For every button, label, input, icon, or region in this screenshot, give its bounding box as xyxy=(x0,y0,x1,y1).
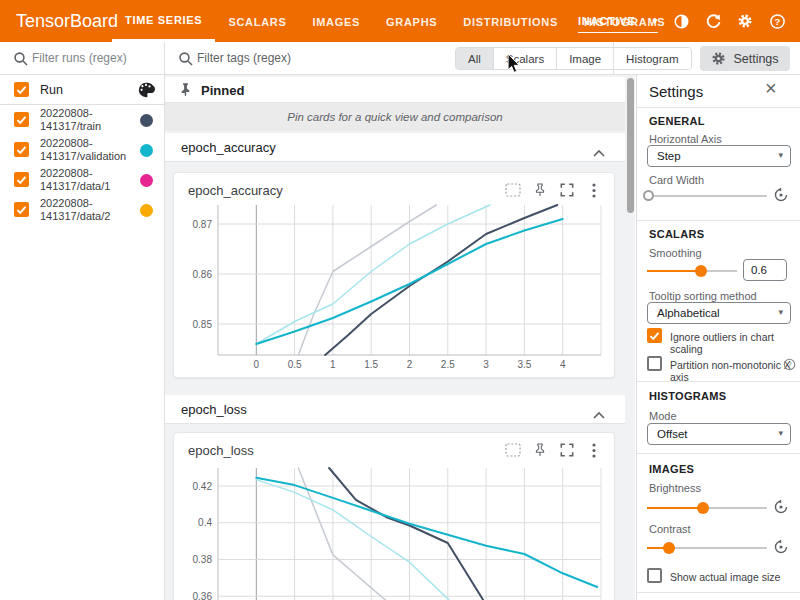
smoothing-slider-fill xyxy=(647,270,701,272)
toolbar-divider xyxy=(613,42,614,75)
help-icon[interactable]: ? xyxy=(783,357,796,375)
run-color-dot xyxy=(140,174,153,187)
chevron-up-icon[interactable] xyxy=(593,405,605,423)
filter-button-image[interactable]: Image xyxy=(557,48,614,69)
settings-button[interactable]: Settings xyxy=(700,46,790,71)
run-row-validation[interactable]: 20220808-141317/validation xyxy=(0,135,165,165)
refresh-icon[interactable] xyxy=(704,12,722,30)
reset-icon[interactable] xyxy=(773,539,789,559)
tab-time-series[interactable]: TIME SERIES xyxy=(112,0,215,42)
filter-button-scalars[interactable]: Scalars xyxy=(494,48,557,69)
show-actual-size-checkbox[interactable] xyxy=(647,568,662,583)
pinned-section-bar[interactable]: Pinned xyxy=(165,77,625,103)
gear-icon xyxy=(711,51,726,66)
horizontal-axis-select[interactable]: Step ▾ xyxy=(647,145,791,167)
ignore-outliers-checkbox[interactable] xyxy=(647,328,662,343)
tag-toolbar: AllScalarsImageHistogram Settings xyxy=(165,42,800,75)
run-checkbox[interactable] xyxy=(14,112,29,127)
svg-text:2: 2 xyxy=(407,359,413,370)
chevron-up-icon[interactable] xyxy=(593,143,605,161)
run-color-dot xyxy=(140,204,153,217)
run-row-1[interactable]: 20220808-141317/data/1 xyxy=(0,165,165,195)
run-row-2[interactable]: 20220808-141317/data/2 xyxy=(0,195,165,225)
select-all-runs-checkbox[interactable] xyxy=(14,82,29,97)
reset-icon[interactable] xyxy=(773,499,789,519)
close-icon[interactable]: × xyxy=(765,77,777,100)
theme-toggle-icon[interactable] xyxy=(672,12,690,30)
pin-hint-text: Pin cards for a quick view and compariso… xyxy=(165,103,625,131)
top-navbar: TensorBoard TIME SERIESSCALARSIMAGESGRAP… xyxy=(0,0,800,42)
tab-graphs[interactable]: GRAPHS xyxy=(373,0,450,42)
run-list-header: Run xyxy=(0,75,165,105)
runs-sidebar: Run 20220808-141317/train20220808-141317… xyxy=(0,42,165,600)
card-width-slider-thumb[interactable] xyxy=(643,190,654,201)
contrast-slider-thumb[interactable] xyxy=(663,542,675,554)
pin-icon xyxy=(178,82,193,101)
svg-text:0.86: 0.86 xyxy=(193,269,213,280)
tab-distributions[interactable]: DISTRIBUTIONS xyxy=(450,0,571,42)
tooltip-sorting-select[interactable]: Alphabetical ▾ xyxy=(647,302,791,324)
svg-text:0.87: 0.87 xyxy=(193,219,213,230)
pin-card-icon[interactable] xyxy=(532,442,548,458)
svg-text:0.5: 0.5 xyxy=(288,359,302,370)
histograms-heading: HISTOGRAMS xyxy=(649,390,726,402)
settings-panel-title: Settings xyxy=(649,83,703,100)
section-header-epoch-accuracy[interactable]: epoch_accuracy xyxy=(165,133,625,162)
palette-icon[interactable] xyxy=(137,81,155,103)
chart-epoch-loss[interactable]: 0.360.380.40.42 xyxy=(174,433,616,600)
run-label: 20220808-141317/validation xyxy=(40,137,126,163)
smoothing-slider-thumb[interactable] xyxy=(695,265,707,277)
run-filter-row xyxy=(0,42,165,75)
run-filter-input[interactable] xyxy=(32,48,152,68)
brightness-slider-fill xyxy=(647,507,703,509)
filter-button-all[interactable]: All xyxy=(456,48,494,69)
run-checkbox[interactable] xyxy=(14,202,29,217)
smoothing-value-input[interactable] xyxy=(743,259,787,281)
tab-images[interactable]: IMAGES xyxy=(299,0,373,42)
scrollbar-thumb[interactable] xyxy=(627,78,634,213)
card-title: epoch_accuracy xyxy=(188,183,283,198)
images-heading: IMAGES xyxy=(649,463,694,475)
brightness-slider-thumb[interactable] xyxy=(697,502,709,514)
pin-card-icon[interactable] xyxy=(532,182,548,198)
run-checkbox[interactable] xyxy=(14,172,29,187)
card-actions xyxy=(505,442,602,458)
run-row-train[interactable]: 20220808-141317/train xyxy=(0,105,165,135)
show-actual-size-label: Show actual image size xyxy=(670,571,780,583)
run-label: 20220808-141317/data/1 xyxy=(40,167,110,193)
reset-icon[interactable] xyxy=(773,187,789,207)
tag-filter-input[interactable] xyxy=(197,48,447,68)
status-select[interactable]: INACTIVE ▾ xyxy=(578,9,658,33)
card-width-slider[interactable] xyxy=(647,195,767,197)
svg-text:0.42: 0.42 xyxy=(193,481,213,492)
svg-text:1: 1 xyxy=(330,359,336,370)
fullscreen-icon[interactable] xyxy=(559,182,575,198)
more-options-icon[interactable] xyxy=(586,442,602,458)
filter-button-histogram[interactable]: Histogram xyxy=(614,48,690,69)
fit-to-data-icon[interactable] xyxy=(505,182,521,198)
section-title: epoch_accuracy xyxy=(181,140,276,155)
svg-text:0.36: 0.36 xyxy=(193,591,213,600)
svg-text:2.5: 2.5 xyxy=(441,359,455,370)
fit-to-data-icon[interactable] xyxy=(505,442,521,458)
chart-epoch-accuracy[interactable]: 0.850.860.8700.511.522.533.54 xyxy=(174,173,616,379)
chevron-down-icon: ▾ xyxy=(778,307,783,317)
gear-icon[interactable] xyxy=(736,12,754,30)
section-header-epoch-loss[interactable]: epoch_loss xyxy=(165,395,625,424)
fullscreen-icon[interactable] xyxy=(559,442,575,458)
tab-scalars[interactable]: SCALARS xyxy=(215,0,299,42)
run-checkbox[interactable] xyxy=(14,142,29,157)
svg-text:1.5: 1.5 xyxy=(364,359,378,370)
mode-label: Mode xyxy=(649,410,677,422)
ignore-outliers-label: Ignore outliers in chart scaling xyxy=(670,331,800,355)
mode-select[interactable]: Offset ▾ xyxy=(647,423,791,445)
svg-text:?: ? xyxy=(787,360,791,369)
search-icon xyxy=(178,51,194,71)
general-heading: GENERAL xyxy=(649,115,705,127)
partition-x-axis-checkbox[interactable] xyxy=(647,356,662,371)
help-icon[interactable]: ? xyxy=(768,12,786,30)
section-title: epoch_loss xyxy=(181,402,247,417)
tooltip-sorting-label: Tooltip sorting method xyxy=(649,290,757,302)
more-options-icon[interactable] xyxy=(586,182,602,198)
chevron-down-icon: ▾ xyxy=(653,16,658,26)
